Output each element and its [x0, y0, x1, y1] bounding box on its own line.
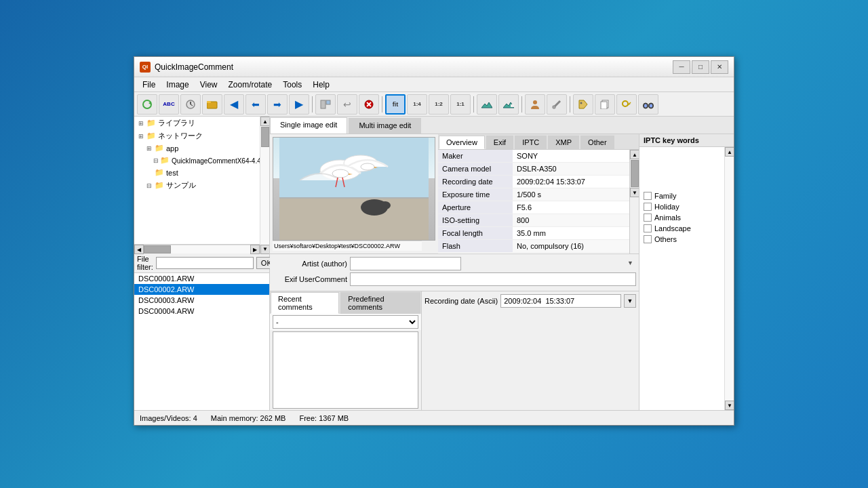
tree-v-scrollbar: ▲ ▼ — [260, 117, 269, 254]
svg-rect-27 — [279, 197, 429, 241]
tab-single-edit[interactable]: Single image edit — [270, 117, 347, 134]
cancel-button[interactable] — [359, 94, 379, 115]
expand-qic[interactable]: ⊟ — [153, 157, 159, 165]
image-preview — [273, 137, 435, 241]
meta-tab-other[interactable]: Other — [580, 136, 614, 149]
key-button[interactable] — [616, 94, 637, 115]
tab-multi-edit[interactable]: Multi image edit — [349, 118, 421, 134]
h-scroll-right[interactable]: ▶ — [250, 245, 260, 254]
metadata-table: MakerSONYCamera modelDSLR-A350Recording … — [438, 150, 639, 253]
comment-tab-predefined[interactable]: Predefined comments — [340, 292, 420, 314]
maximize-button[interactable]: □ — [692, 60, 709, 74]
tree-scroll-thumb[interactable] — [261, 127, 269, 147]
keyword-holiday-checkbox[interactable] — [644, 203, 652, 211]
menu-image[interactable]: Image — [161, 79, 194, 91]
exif-comment-input[interactable] — [350, 272, 636, 286]
menu-tools[interactable]: Tools — [277, 79, 307, 91]
tree-item-qic[interactable]: ⊟ 📁 QuickImageCommentX64-4.43 — [134, 155, 260, 167]
comment-dropdown-select[interactable]: - — [273, 315, 418, 329]
zoom-11-button[interactable]: 1:1 — [450, 94, 471, 115]
abc-button[interactable]: ABC — [159, 94, 179, 115]
back-button[interactable]: ◀ — [224, 94, 244, 115]
zoom-14-button[interactable]: 1:4 — [407, 94, 427, 115]
undo-button[interactable]: ↩ — [337, 94, 357, 115]
recording-date-input[interactable] — [500, 294, 621, 308]
window-controls: ─ □ ✕ — [673, 60, 728, 74]
iptc-scroll-track — [725, 157, 734, 401]
tree-scroll-up[interactable]: ▲ — [260, 117, 269, 126]
meta-tab-iptc[interactable]: IPTC — [515, 136, 547, 149]
tree-h-scrollbar[interactable]: ◀ ▶ — [134, 245, 260, 254]
zoom-fit-button[interactable]: fit — [385, 94, 406, 115]
file-item-dsc00001[interactable]: DSC00001.ARW — [134, 273, 269, 284]
menu-view[interactable]: View — [195, 79, 223, 91]
iptc-scrollbar: ▲ ▼ — [724, 147, 734, 410]
artist-input[interactable] — [350, 257, 461, 270]
refresh-button[interactable] — [137, 94, 157, 115]
iptc-scroll-down[interactable]: ▼ — [725, 401, 734, 410]
tree-item-library[interactable]: ⊞ 📁 ライブラリ — [134, 117, 260, 129]
binoculars-button[interactable] — [638, 94, 658, 115]
tree-item-sample[interactable]: ⊟ 📁 サンプル — [134, 179, 260, 192]
prev-button[interactable]: ⬅ — [245, 94, 266, 115]
expand-library[interactable]: ⊞ — [137, 119, 145, 127]
meta-value: DSLR-A350 — [513, 163, 639, 176]
file-item-dsc00003[interactable]: DSC00003.ARW — [134, 295, 269, 306]
recording-date-dropdown-btn[interactable]: ▼ — [624, 294, 636, 308]
meta-tab-exif[interactable]: Exif — [486, 136, 513, 149]
menu-help[interactable]: Help — [307, 79, 335, 91]
tools-button[interactable] — [547, 94, 567, 115]
meta-row: ISO-setting800 — [438, 214, 639, 227]
folder-icon-network: 📁 — [146, 131, 156, 141]
file-item-dsc00002[interactable]: DSC00002.ARW — [134, 284, 269, 295]
comment-textarea[interactable] — [273, 331, 418, 409]
keyword-family-checkbox[interactable] — [644, 192, 652, 200]
iptc-scroll-up[interactable]: ▲ — [725, 147, 734, 157]
h-scroll-left[interactable]: ◀ — [134, 245, 144, 254]
keyword-landscape-checkbox[interactable] — [644, 224, 652, 232]
expand-test[interactable] — [145, 169, 153, 177]
tree-scroll-down[interactable]: ▼ — [260, 245, 269, 254]
expand-sample[interactable]: ⊟ — [145, 182, 153, 190]
zoom-in-button[interactable] — [477, 94, 497, 115]
meta-scroll-thumb[interactable] — [631, 160, 639, 187]
next-button[interactable]: ➡ — [267, 94, 288, 115]
meta-field: ISO-setting — [438, 214, 513, 227]
meta-row: Camera modelDSLR-A350 — [438, 163, 639, 176]
folder-open-button[interactable] — [202, 94, 222, 115]
expand-network[interactable]: ⊞ — [137, 132, 145, 140]
clock-button[interactable] — [180, 94, 201, 115]
file-filter-input[interactable] — [156, 257, 254, 269]
tag-button[interactable] — [573, 94, 593, 115]
menu-bar: File Image View Zoom/rotate Tools Help — [134, 77, 734, 92]
forward-button[interactable]: ▶ — [289, 94, 309, 115]
meta-tab-overview[interactable]: Overview — [439, 136, 485, 149]
keyword-others-checkbox[interactable] — [644, 235, 652, 243]
minimize-button[interactable]: ─ — [673, 60, 690, 74]
close-button[interactable]: ✕ — [711, 60, 728, 74]
comment-tab-recent[interactable]: Recent comments — [271, 292, 339, 314]
move-button[interactable] — [315, 94, 336, 115]
tree-item-app[interactable]: ⊞ 📁 app — [134, 142, 260, 155]
expand-app[interactable]: ⊞ — [145, 144, 153, 152]
meta-tab-xmp[interactable]: XMP — [548, 136, 579, 149]
artist-row: Artist (author) ▼ — [273, 257, 636, 270]
keyword-landscape: Landscape — [642, 223, 722, 234]
meta-scroll-down[interactable]: ▼ — [630, 188, 639, 197]
file-item-dsc00004[interactable]: DSC00004.ARW — [134, 306, 269, 317]
copy-button[interactable] — [595, 94, 615, 115]
keyword-animals-checkbox[interactable] — [644, 214, 652, 222]
meta-scroll-up[interactable]: ▲ — [630, 150, 639, 159]
folder-icon-library: 📁 — [146, 119, 156, 128]
menu-zoom[interactable]: Zoom/rotate — [223, 79, 278, 91]
menu-file[interactable]: File — [137, 79, 161, 91]
main-tabs-bar: Single image edit Multi image edit — [270, 117, 734, 134]
artist-label: Artist (author) — [273, 260, 347, 268]
h-scroll-thumb[interactable] — [144, 245, 171, 253]
meta-value: 800 — [513, 214, 639, 227]
zoom-out-button[interactable] — [498, 94, 519, 115]
tree-item-network[interactable]: ⊞ 📁 ネットワーク — [134, 129, 260, 142]
zoom-12-button[interactable]: 1:2 — [429, 94, 449, 115]
tree-item-test[interactable]: 📁 test — [134, 167, 260, 179]
person-button[interactable] — [525, 94, 545, 115]
